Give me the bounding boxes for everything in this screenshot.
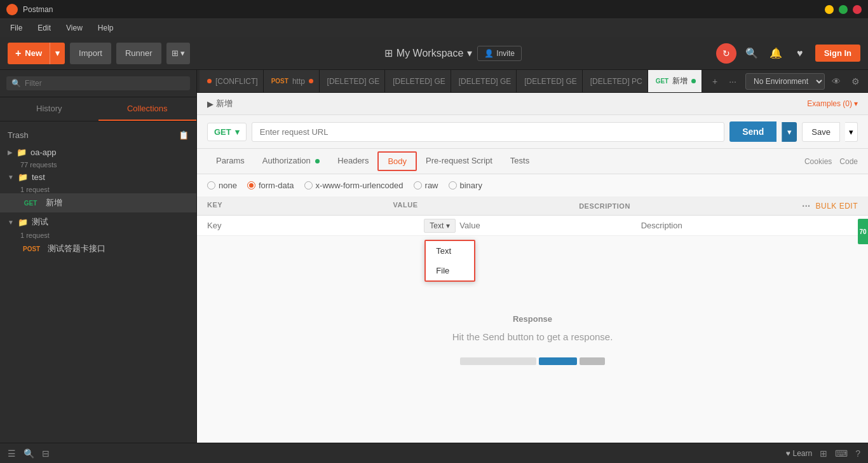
search-input[interactable] — [25, 79, 185, 88]
text-type-dropdown[interactable]: Text ▾ Text File — [424, 219, 456, 233]
menu-help[interactable]: Help — [95, 22, 116, 34]
learn-button[interactable]: ♥ Learn — [785, 449, 812, 458]
radio-urlencoded-circle — [304, 181, 313, 190]
bar-long — [460, 357, 536, 365]
collection-ceshi-header[interactable]: ▼ 📁 测试 — [0, 212, 196, 232]
search-wrap: 🔍 — [6, 76, 190, 90]
keyboard-icon[interactable]: ⌨ — [835, 448, 848, 459]
collection-test-name: test — [32, 172, 45, 182]
menu-edit[interactable]: Edit — [35, 22, 53, 34]
auth-dot — [315, 159, 320, 163]
environment-select[interactable]: No Environment — [745, 73, 825, 90]
more-tabs-button[interactable]: ··· — [725, 74, 740, 89]
radio-raw[interactable]: raw — [414, 181, 438, 190]
response-label-row: Response — [513, 314, 552, 324]
env-eye-button[interactable]: 👁 — [829, 74, 844, 89]
layout-icon[interactable]: ⊞ — [820, 448, 827, 459]
menu-file[interactable]: File — [8, 22, 25, 34]
new-collection-icon[interactable]: 📋 — [179, 130, 189, 140]
menu-view[interactable]: View — [64, 22, 85, 34]
tab-collections[interactable]: Collections — [98, 97, 197, 121]
app-title: Postman — [23, 5, 825, 14]
tab-deleted-3[interactable]: [DELETED] GE — [451, 70, 517, 93]
body-options: none form-data x-www-form-urlencoded raw… — [197, 174, 868, 197]
value-input[interactable] — [459, 218, 641, 233]
workspace-switcher[interactable]: ⊞ My Workspace ▾ — [384, 47, 473, 59]
get-method-label: GET — [656, 78, 669, 85]
tab-deleted-2[interactable]: [DELETED] GE — [385, 70, 451, 93]
subtab-params[interactable]: Params — [207, 149, 254, 173]
subtab-authorization[interactable]: Authorization — [254, 149, 329, 173]
search-button[interactable]: 🔍 — [743, 45, 761, 62]
new-caret[interactable]: ▾ — [50, 43, 65, 64]
save-caret-button[interactable]: ▾ — [845, 122, 858, 142]
examples-link[interactable]: Examples (0) ▾ — [807, 99, 858, 108]
tab-dot — [309, 79, 313, 83]
key-input[interactable] — [207, 218, 424, 233]
collection-test-meta: 1 request — [0, 186, 196, 193]
heart-button[interactable]: ♥ — [791, 45, 809, 62]
trash-item[interactable]: Trash 📋 — [0, 127, 196, 144]
request-item-ceshi-jiekou[interactable]: POST 测试答题卡接口 — [0, 239, 196, 258]
api-monitor-button[interactable]: ⊞ ▾ — [166, 43, 191, 64]
subtab-headers[interactable]: Headers — [329, 149, 377, 173]
code-link[interactable]: Code — [839, 157, 858, 166]
add-tab-button[interactable]: + — [707, 74, 722, 89]
radio-form-data[interactable]: form-data — [247, 181, 294, 190]
subtab-tests[interactable]: Tests — [501, 149, 538, 173]
subtab-prerequest[interactable]: Pre-request Script — [417, 149, 501, 173]
dropdown-file-option[interactable]: File — [426, 261, 474, 280]
collection-oa-app-header[interactable]: ▶ 📁 oa-app — [0, 144, 196, 161]
tab-post-http[interactable]: POST http — [264, 70, 320, 93]
sidebar-content: Trash 📋 ▶ 📁 oa-app 77 requests ▼ 📁 test — [0, 121, 196, 443]
signin-button[interactable]: Sign In — [815, 45, 860, 62]
minimize-button[interactable] — [825, 5, 834, 14]
runner-button[interactable]: Runner — [116, 43, 161, 64]
send-button[interactable]: Send — [729, 121, 776, 142]
radio-none[interactable]: none — [207, 181, 237, 190]
post-method-label: POST — [271, 78, 288, 85]
subtab-body[interactable]: Body — [377, 151, 417, 171]
scroll-indicator[interactable]: 70 — [858, 219, 868, 244]
dropdown-text-option[interactable]: Text — [426, 241, 474, 261]
tab-conflict[interactable]: [CONFLICT] — [200, 70, 264, 93]
help-icon[interactable]: ? — [855, 448, 860, 459]
kv-more-icon[interactable]: ··· — [802, 201, 810, 211]
titlebar: Postman — [0, 0, 868, 19]
key-cell — [207, 218, 424, 233]
close-button[interactable] — [853, 5, 862, 14]
method-select[interactable]: GET ▾ — [207, 123, 247, 141]
collection-oa-app-meta: 77 requests — [0, 161, 196, 169]
value-cell: Text ▾ Text File — [424, 218, 641, 233]
url-input[interactable] — [252, 122, 724, 142]
description-input[interactable] — [641, 218, 858, 233]
import-button[interactable]: Import — [70, 43, 111, 64]
tab-deleted-1[interactable]: [DELETED] GE — [320, 70, 386, 93]
request-item-xin-zeng[interactable]: GET 新增 — [0, 193, 196, 212]
new-button[interactable]: + New ▾ — [8, 43, 65, 64]
radio-binary[interactable]: binary — [449, 181, 482, 190]
invite-icon: 👤 — [484, 49, 494, 58]
maximize-button[interactable] — [839, 5, 848, 14]
collection-ceshi-meta: 1 request — [0, 232, 196, 239]
send-caret-button[interactable]: ▾ — [782, 122, 797, 142]
trash-label: Trash — [8, 130, 29, 140]
cookies-link[interactable]: Cookies — [804, 157, 832, 166]
env-settings-button[interactable]: ⚙ — [848, 74, 863, 89]
radio-urlencoded[interactable]: x-www-form-urlencoded — [304, 181, 403, 190]
search-status-icon[interactable]: 🔍 — [24, 448, 34, 459]
console-icon[interactable]: ⊟ — [42, 448, 50, 459]
tab-deleted-pc[interactable]: [DELETED] PC — [583, 70, 648, 93]
notification-button[interactable]: 🔔 — [767, 45, 785, 62]
bulk-edit-link[interactable]: Bulk Edit — [816, 202, 858, 211]
save-button[interactable]: Save — [802, 122, 840, 142]
collection-test-header[interactable]: ▼ 📁 test — [0, 169, 196, 186]
tab-get-xinzeng[interactable]: GET 新增 — [648, 70, 702, 93]
sync-button[interactable]: ↻ — [716, 43, 736, 64]
invite-button[interactable]: 👤 Invite — [477, 46, 522, 61]
tab-deleted-4[interactable]: [DELETED] GE — [517, 70, 583, 93]
sidebar-toggle-icon[interactable]: ☰ — [8, 448, 16, 459]
tab-history[interactable]: History — [0, 97, 98, 121]
method-value: GET — [214, 127, 231, 137]
desc-cell — [641, 218, 858, 233]
